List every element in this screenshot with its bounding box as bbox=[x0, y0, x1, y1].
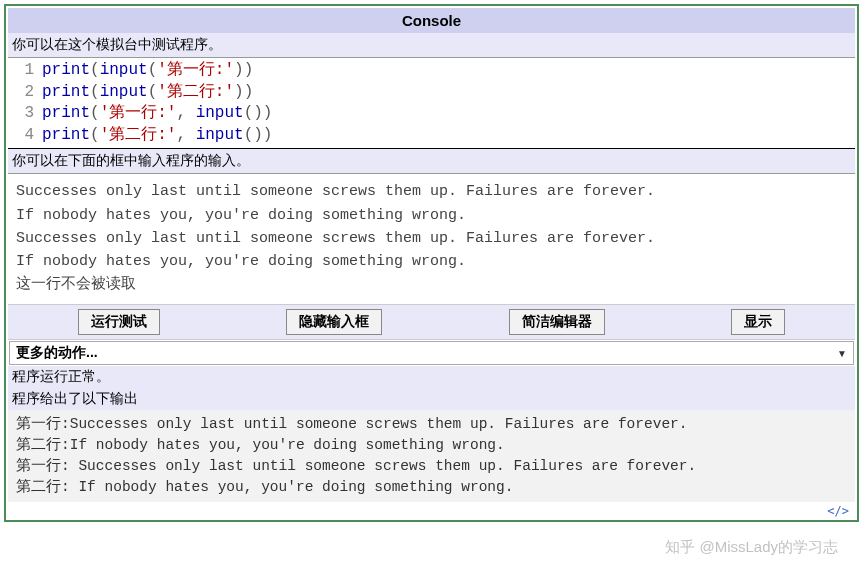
code-icon[interactable]: </> bbox=[8, 502, 855, 518]
show-button[interactable]: 显示 bbox=[731, 309, 785, 335]
dropdown-label: 更多的动作... bbox=[16, 344, 98, 362]
output-line: 第二行:If nobody hates you, you're doing so… bbox=[16, 435, 847, 456]
input-line: If nobody hates you, you're doing someth… bbox=[16, 250, 847, 273]
code-text: print('第二行:', input()) bbox=[42, 125, 855, 147]
code-line: 3print('第一行:', input()) bbox=[8, 103, 855, 125]
input-area[interactable]: Successes only last until someone screws… bbox=[8, 174, 855, 304]
output-line: 第一行:Successes only last until someone sc… bbox=[16, 414, 847, 435]
run-button[interactable]: 运行测试 bbox=[78, 309, 160, 335]
hide-input-button[interactable]: 隐藏输入框 bbox=[286, 309, 382, 335]
desc-input: 你可以在下面的框中输入程序的输入。 bbox=[8, 149, 855, 174]
status-ok: 程序运行正常。 bbox=[8, 366, 855, 388]
watermark: 知乎 @MissLady的学习志 bbox=[665, 538, 838, 557]
output-line: 第二行: If nobody hates you, you're doing s… bbox=[16, 477, 847, 498]
input-line: 这一行不会被读取 bbox=[16, 273, 847, 296]
line-number: 4 bbox=[8, 125, 42, 147]
code-line: 4print('第二行:', input()) bbox=[8, 125, 855, 147]
line-number: 2 bbox=[8, 82, 42, 104]
more-actions-dropdown[interactable]: 更多的动作... ▼ bbox=[9, 341, 854, 365]
button-row: 运行测试 隐藏输入框 简洁编辑器 显示 bbox=[8, 304, 855, 340]
title-bar: Console bbox=[8, 8, 855, 33]
code-text: print('第一行:', input()) bbox=[42, 103, 855, 125]
input-line: Successes only last until someone screws… bbox=[16, 180, 847, 203]
line-number: 3 bbox=[8, 103, 42, 125]
desc-test: 你可以在这个模拟台中测试程序。 bbox=[8, 33, 855, 58]
output-line: 第一行: Successes only last until someone s… bbox=[16, 456, 847, 477]
console-panel: Console 你可以在这个模拟台中测试程序。 1print(input('第一… bbox=[4, 4, 859, 522]
code-text: print(input('第一行:')) bbox=[42, 60, 855, 82]
code-text: print(input('第二行:')) bbox=[42, 82, 855, 104]
code-editor[interactable]: 1print(input('第一行:'))2print(input('第二行:'… bbox=[8, 58, 855, 149]
status-output-label: 程序给出了以下输出 bbox=[8, 388, 855, 410]
input-line: If nobody hates you, you're doing someth… bbox=[16, 204, 847, 227]
input-line: Successes only last until someone screws… bbox=[16, 227, 847, 250]
output-area: 第一行:Successes only last until someone sc… bbox=[8, 410, 855, 502]
simple-editor-button[interactable]: 简洁编辑器 bbox=[509, 309, 605, 335]
chevron-down-icon: ▼ bbox=[837, 348, 847, 359]
line-number: 1 bbox=[8, 60, 42, 82]
code-line: 2print(input('第二行:')) bbox=[8, 82, 855, 104]
code-line: 1print(input('第一行:')) bbox=[8, 60, 855, 82]
